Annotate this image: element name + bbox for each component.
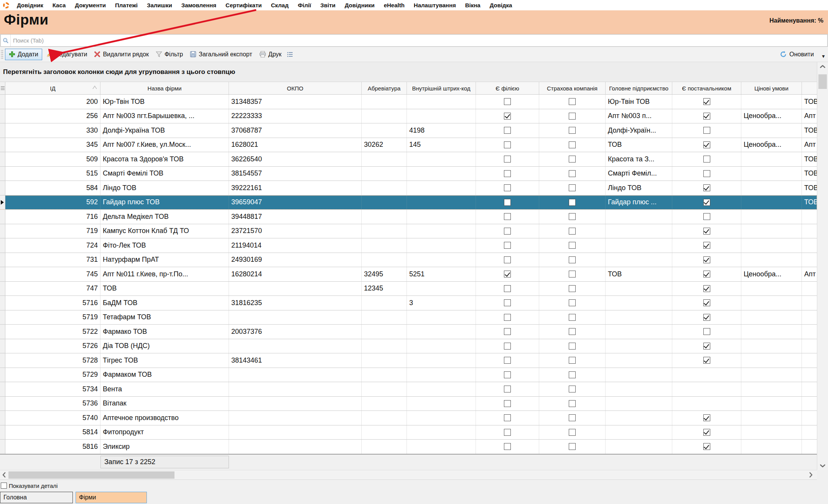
cell-insurance[interactable]	[539, 282, 606, 296]
insurance-checkbox[interactable]	[569, 386, 576, 392]
table-row[interactable]: 745Апт №011 г.Киев, пр-т.По...1628021432…	[0, 267, 817, 282]
cell-abbrev[interactable]	[362, 123, 407, 138]
cell-name[interactable]: Гайдар плюс ТОВ	[100, 195, 229, 210]
row-indicator[interactable]	[0, 167, 5, 181]
cell-name[interactable]: Вітапак	[100, 397, 229, 411]
cell-id[interactable]: 5719	[5, 310, 100, 325]
insurance-checkbox[interactable]	[569, 242, 576, 249]
cell-okpo[interactable]	[229, 339, 362, 353]
cell-insurance[interactable]	[539, 253, 606, 267]
horizontal-scroll-thumb[interactable]	[8, 471, 174, 479]
cell-name[interactable]: Тігрес ТОВ	[100, 353, 229, 368]
cell-filia[interactable]	[476, 123, 539, 138]
column-header-abbrev[interactable]: Абревіатура	[362, 82, 407, 94]
cell-okpo[interactable]	[229, 310, 362, 325]
cell-supplier[interactable]	[672, 138, 741, 152]
cell-insurance[interactable]	[539, 210, 606, 224]
column-header-barcode[interactable]: Внутрішній штрих-код	[407, 82, 476, 94]
cell-supplier[interactable]	[672, 397, 741, 411]
supplier-checkbox[interactable]	[703, 271, 710, 277]
cell-insurance[interactable]	[539, 397, 606, 411]
row-indicator[interactable]	[0, 109, 5, 123]
cell-head[interactable]	[606, 238, 672, 253]
insurance-checkbox[interactable]	[569, 400, 576, 407]
row-indicator[interactable]	[0, 397, 5, 411]
insurance-checkbox[interactable]	[569, 228, 576, 235]
cell-supplier[interactable]	[672, 368, 741, 382]
cell-insurance[interactable]	[539, 109, 606, 123]
cell-barcode[interactable]	[407, 353, 476, 368]
scroll-left-button[interactable]	[0, 470, 8, 479]
column-header-type[interactable]	[802, 82, 817, 94]
insurance-checkbox[interactable]	[569, 170, 576, 177]
cell-barcode[interactable]	[407, 109, 476, 123]
search-input[interactable]	[11, 37, 827, 44]
cell-price[interactable]	[741, 339, 802, 353]
cell-insurance[interactable]	[539, 382, 606, 396]
cell-supplier[interactable]	[672, 109, 741, 123]
supplier-checkbox[interactable]	[703, 228, 710, 235]
supplier-checkbox[interactable]	[703, 184, 710, 191]
cell-okpo[interactable]	[229, 397, 362, 411]
cell-name[interactable]: Фитопродукт	[100, 425, 229, 440]
filia-checkbox[interactable]	[504, 199, 511, 206]
cell-id[interactable]: 256	[5, 109, 100, 123]
cell-insurance[interactable]	[539, 152, 606, 166]
cell-name[interactable]: БаДМ ТОВ	[100, 296, 229, 310]
cell-price[interactable]: Ценообра...	[741, 138, 802, 152]
cell-insurance[interactable]	[539, 425, 606, 440]
cell-price[interactable]	[741, 167, 802, 181]
cell-filia[interactable]	[476, 296, 539, 310]
cell-name[interactable]: Фармако ТОВ	[100, 325, 229, 339]
cell-insurance[interactable]	[539, 325, 606, 339]
cell-type[interactable]	[802, 397, 817, 411]
cell-okpo[interactable]	[229, 440, 362, 454]
cell-id[interactable]: 5722	[5, 325, 100, 339]
column-chooser-button[interactable]	[285, 49, 295, 60]
filia-checkbox[interactable]	[504, 299, 511, 306]
cell-okpo[interactable]: 20037376	[229, 325, 362, 339]
cell-filia[interactable]	[476, 440, 539, 454]
supplier-checkbox[interactable]	[703, 141, 710, 148]
horizontal-scrollbar[interactable]	[0, 470, 817, 480]
cell-barcode[interactable]	[407, 411, 476, 425]
supplier-checkbox[interactable]	[703, 199, 710, 206]
cell-head[interactable]	[606, 353, 672, 368]
insurance-checkbox[interactable]	[569, 199, 576, 206]
insurance-checkbox[interactable]	[569, 314, 576, 321]
cell-barcode[interactable]	[407, 440, 476, 454]
cell-okpo[interactable]: 24930169	[229, 253, 362, 267]
cell-barcode[interactable]	[407, 339, 476, 353]
cell-abbrev[interactable]	[362, 181, 407, 195]
cell-price[interactable]	[741, 440, 802, 454]
cell-name[interactable]: Эликсир	[100, 440, 229, 454]
cell-supplier[interactable]	[672, 411, 741, 425]
cell-type[interactable]: ТОВ	[802, 123, 817, 138]
cell-price[interactable]	[741, 95, 802, 109]
table-row[interactable]: 5716БаДМ ТОВ318162353	[0, 296, 817, 310]
cell-id[interactable]: 345	[5, 138, 100, 152]
cell-okpo[interactable]	[229, 425, 362, 440]
filia-checkbox[interactable]	[504, 429, 511, 436]
cell-id[interactable]: 719	[5, 224, 100, 238]
cell-filia[interactable]	[476, 152, 539, 166]
cell-id[interactable]: 724	[5, 238, 100, 253]
insurance-checkbox[interactable]	[569, 271, 576, 277]
menu-item[interactable]: Сертифікати	[221, 2, 266, 8]
cell-filia[interactable]	[476, 195, 539, 210]
print-button[interactable]: Друк	[256, 49, 285, 60]
menu-item[interactable]: Довідники	[340, 2, 379, 8]
filia-checkbox[interactable]	[504, 343, 511, 350]
menu-item[interactable]: Довідник	[12, 2, 48, 8]
cell-id[interactable]: 330	[5, 123, 100, 138]
export-button[interactable]: Загальний експорт	[186, 49, 255, 60]
cell-supplier[interactable]	[672, 195, 741, 210]
cell-abbrev[interactable]	[362, 253, 407, 267]
cell-price[interactable]	[741, 152, 802, 166]
cell-name[interactable]: Апт №011 г.Киев, пр-т.По...	[100, 267, 229, 281]
insurance-checkbox[interactable]	[569, 429, 576, 436]
table-row[interactable]: 256Апт №003 пгт.Барышевка, ...22223333Ап…	[0, 109, 817, 124]
cell-barcode[interactable]	[407, 325, 476, 339]
cell-barcode[interactable]	[407, 253, 476, 267]
insurance-checkbox[interactable]	[569, 357, 576, 364]
